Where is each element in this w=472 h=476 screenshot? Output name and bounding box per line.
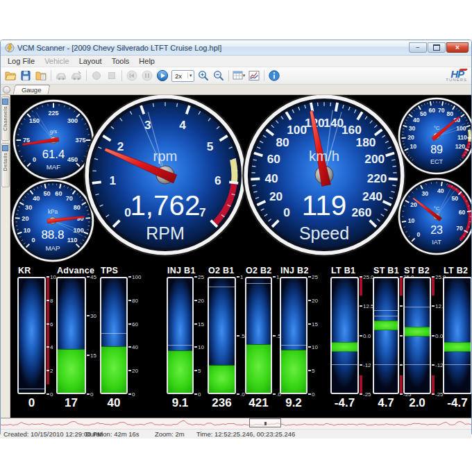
timeline-cursor[interactable] <box>249 418 281 427</box>
play-icon <box>156 69 169 82</box>
save-log-button[interactable] <box>18 69 33 83</box>
gauge-tick-label: 6 <box>214 173 221 187</box>
bar-gauge-track <box>167 277 194 394</box>
rail-tick-label: 10 <box>50 274 56 280</box>
rail-tick <box>273 393 276 395</box>
table-display-button[interactable]: ▾ <box>231 69 246 83</box>
menu-log-file[interactable]: Log File <box>3 57 40 65</box>
menu-tools[interactable]: Tools <box>107 57 135 65</box>
gauge-unit: °C <box>434 205 440 212</box>
rail-tick-label: 40 <box>132 344 138 350</box>
rail-tick <box>432 276 435 278</box>
bar-gauge-fill <box>246 344 271 393</box>
graph-display-button[interactable] <box>246 69 262 83</box>
tab-gauge[interactable]: Gauge <box>13 85 51 94</box>
gauge-unit: km/h <box>309 148 339 164</box>
side-tab-details[interactable]: Details <box>1 143 10 187</box>
gauge-tick-label: 160 <box>342 123 362 137</box>
bar-peak-marker <box>405 364 430 365</box>
rail-tick <box>128 346 131 348</box>
open-repository-icon <box>35 69 47 82</box>
gauge-unit: kPa <box>48 209 58 215</box>
playback-zoom-select[interactable]: 2x▾ <box>171 70 194 82</box>
gauge-name: MAP <box>45 244 60 252</box>
toolbar-separator <box>121 70 122 81</box>
bar-peak-marker <box>444 364 471 365</box>
side-tab-channels[interactable]: Channels <box>1 96 10 141</box>
bar-gauge-track <box>17 277 46 394</box>
rail-tick <box>237 276 239 278</box>
rail-danger-zone <box>360 277 362 296</box>
zoom-in-icon <box>197 69 210 82</box>
side-tab-channels-label: Channels <box>2 106 8 131</box>
rail-tick <box>400 305 403 307</box>
gauge-tick-label: 30 <box>409 125 416 132</box>
gauge-value: 119 <box>302 189 347 221</box>
bar-peak-marker <box>246 283 271 284</box>
rail-tick <box>87 276 90 278</box>
close-button[interactable]: × <box>446 42 469 53</box>
open-repository-button[interactable] <box>33 69 49 83</box>
write-vehicle-button <box>69 69 84 83</box>
bar-peak-marker <box>374 364 398 365</box>
rail-tick <box>128 370 131 371</box>
timeline-strip[interactable] <box>1 418 471 429</box>
rail-danger-zone <box>360 375 362 394</box>
rail-tick-label: 25 <box>198 274 204 280</box>
gauge-tick-label: 10 <box>410 143 416 150</box>
gauge-name: Speed <box>299 223 349 243</box>
rail-tick-label: 8 <box>50 297 53 303</box>
bar-gauge-fill <box>209 365 235 393</box>
status-time: Time: 12:52:25.246, 00:23:25.246 <box>196 430 295 438</box>
gauge-tick-label: 70 <box>456 225 463 232</box>
rail-tick-label: 0 <box>90 391 93 398</box>
gauge-value: 23 <box>430 224 443 236</box>
rail-tick <box>237 335 239 337</box>
bar-gauge-label: LT B2 <box>443 266 471 276</box>
menu-help[interactable]: Help <box>134 57 160 65</box>
open-log-button[interactable] <box>3 69 18 83</box>
bar-gauge-track <box>403 277 431 394</box>
gauge-tick-label: 20 <box>22 215 28 222</box>
gauge-tick-label: 80 <box>446 110 453 117</box>
gauge-tick-label: 140 <box>323 116 344 130</box>
gauge-unit: g/s <box>50 128 58 135</box>
bar-gauge-track <box>280 277 307 394</box>
graph-display-icon <box>248 69 260 82</box>
gauge-rpm: 01234567rpm1,762RPM <box>83 95 248 257</box>
bar-peak-marker <box>209 287 235 287</box>
menu-layout[interactable]: Layout <box>74 57 107 65</box>
maximize-button[interactable] <box>428 42 446 53</box>
gauge-tick-label: 50 <box>43 190 50 197</box>
gauge-tick-label: 30 <box>25 204 32 211</box>
rail-tick-label: 20 <box>132 368 138 374</box>
status-zoom: Zoom: 2m <box>155 430 185 438</box>
gauge-tick-label: 450 <box>67 156 78 163</box>
tab-scroll-button[interactable] <box>3 86 10 94</box>
menu-bar: Log FileVehicleLayoutToolsHelp <box>1 56 471 67</box>
rail-tick <box>360 364 362 366</box>
bar-peak-marker <box>405 307 430 307</box>
zoom-out-button[interactable] <box>211 69 226 83</box>
zoom-in-button[interactable] <box>196 69 211 83</box>
gauge-tick-label: 20 <box>269 189 283 203</box>
bar-gauge-track <box>330 277 359 394</box>
bar-gauge-injb2: INJ B225201510509.2 <box>280 266 317 414</box>
rail-tick <box>47 346 49 348</box>
rail-tick-label: 0.0 <box>435 332 443 339</box>
info-button[interactable] <box>267 69 282 83</box>
rail-tick <box>273 276 276 278</box>
rail-tick-label: -25 <box>435 391 444 398</box>
rail-tick <box>194 370 197 371</box>
gauge-tick-label: 0 <box>416 231 420 238</box>
gauge-tick-label: 60 <box>267 152 280 166</box>
play-button[interactable] <box>155 69 170 83</box>
timeline-waveform <box>1 418 471 429</box>
gauge-iat: 010203040506070°C23IAT <box>397 177 471 256</box>
rail-tick <box>47 393 49 395</box>
bar-gauge-track <box>245 277 272 394</box>
maximize-icon <box>433 44 440 51</box>
rail-tick <box>194 323 197 325</box>
minimize-button[interactable]: − <box>409 42 427 53</box>
gauge-tick-label: 80 <box>74 204 81 211</box>
